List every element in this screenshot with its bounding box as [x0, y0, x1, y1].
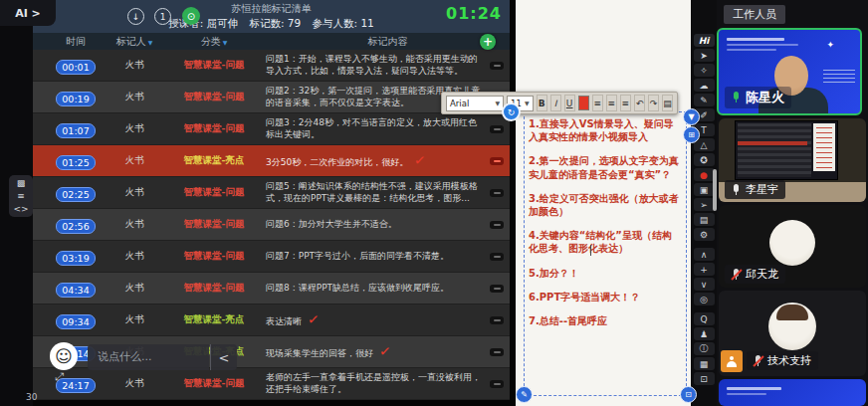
list-icon[interactable]: ≡ [17, 191, 25, 201]
participant-name: 李星宇 [746, 182, 778, 197]
count-badge[interactable]: 1 [154, 8, 171, 25]
add-mark-button[interactable]: + [480, 34, 496, 50]
code-icon[interactable]: <> [13, 204, 28, 214]
slide-side-text [823, 70, 855, 86]
participants-panel: 工作人员 ✦ 陈星火 李星宇 邱天龙 技术支持 [717, 0, 868, 406]
gear-icon[interactable]: ⚙ [694, 228, 715, 241]
download-button[interactable]: ↓ [127, 8, 144, 25]
chat-input[interactable]: 说点什么... [88, 344, 209, 370]
align-right-button[interactable]: ≡ [620, 95, 631, 111]
font-family-select[interactable]: Arial▼ [446, 96, 504, 111]
sync-badge[interactable]: ↻ [502, 102, 521, 121]
row-action-icon[interactable] [490, 125, 504, 133]
video-tile[interactable]: 技术支持 [719, 291, 866, 376]
fullscreen-icon[interactable]: ⤢ [55, 370, 64, 383]
cloud-icon[interactable]: ☁ [694, 79, 715, 92]
person-icon [726, 356, 738, 367]
text-caret [590, 245, 591, 256]
screenshot-icon[interactable]: ▣ [694, 183, 715, 196]
page-number: 30 [26, 392, 37, 402]
table-row[interactable]: 02:56火书智慧课堂-问题问题6：加分对大学生并不适合。 [33, 209, 510, 241]
video-tile[interactable]: 邱天龙 [719, 205, 866, 288]
undo-button[interactable]: ↶ [634, 95, 645, 111]
font-color-swatch[interactable] [578, 96, 589, 110]
italic-button[interactable]: I [550, 95, 561, 111]
pencil-icon[interactable]: ✎ [694, 94, 715, 106]
session-timer: 01:24 [446, 4, 502, 23]
filter-icon[interactable]: ▼ [223, 39, 228, 46]
mark-content: 问题1：开始，课程导入不够生动，能否采用更生动的导入方式，比如，情景导入法，疑问… [266, 54, 484, 77]
camera-icon[interactable]: ▦ [694, 357, 715, 370]
camera-button[interactable]: ⊙ [182, 7, 200, 25]
category-label: 智慧课堂-问题 [162, 218, 266, 231]
paint-icon[interactable]: ● [694, 168, 715, 181]
row-action-icon[interactable] [490, 221, 504, 229]
redo-button[interactable]: ↷ [648, 95, 659, 111]
share-arrow-icon[interactable]: ➢ [694, 198, 715, 211]
selection-resize-handle[interactable]: ⊡ [680, 386, 697, 403]
tab-staff[interactable]: 工作人员 [724, 5, 785, 24]
table-row[interactable]: 04:34火书智慧课堂-问题问题8：课程PPT缺总结，应该做到收尾呼应。 [33, 273, 510, 304]
more-format-button[interactable]: ▤ [662, 95, 673, 111]
underline-button[interactable]: U [564, 95, 575, 111]
row-action-icon[interactable] [490, 285, 504, 293]
table-row[interactable]: 03:19火书智慧课堂-问题问题7：PPT字号过小，后面的同学看不清楚。 [33, 241, 510, 273]
filter-icon[interactable]: ▼ [148, 39, 153, 46]
row-action-icon[interactable] [490, 380, 504, 388]
media-tools-panel: ▩≡<> [9, 175, 33, 217]
table-row[interactable]: 00:01火书智慧课堂-问题问题1：开始，课程导入不够生动，能否采用更生动的导入… [33, 50, 510, 82]
zoom-in-icon[interactable]: + [694, 263, 715, 276]
table-row[interactable]: 01:07火书智慧课堂-问题问题3：2分48秒，对不当语言的定义，放大或用红色标… [33, 113, 510, 145]
whiteboard-page[interactable]: 1.直接导入VS情景导入、疑问导入真实性的情景小视频导入2.第一次提问，选项从文… [516, 0, 691, 406]
presenter-label: 授课者: 屈可伸 [168, 17, 238, 29]
row-action-icon[interactable] [490, 62, 504, 70]
selection-grid-handle[interactable]: ⊞ [683, 126, 700, 143]
clipboard-icon[interactable]: ▤ [694, 213, 715, 226]
chat-collapse-button[interactable]: < [210, 344, 237, 370]
time-badge: 01:25 [56, 155, 95, 170]
hi-logo[interactable]: Hi [694, 34, 715, 47]
session-stats: 授课者: 屈可伸 标记数: 79 参与人数: 11 [33, 17, 510, 31]
stamp-icon[interactable]: ✪ [694, 153, 715, 166]
video-tile[interactable]: 李星宇 [719, 118, 866, 202]
category-label: 智慧课堂-亮点 [162, 313, 266, 326]
q-avatar-icon[interactable]: Q [694, 312, 715, 325]
align-center-button[interactable]: ≡ [606, 95, 617, 111]
video-tile-partial[interactable] [719, 379, 866, 406]
magnifier-icon[interactable]: ◎ [694, 293, 715, 305]
checkmark-icon: ✓ [413, 151, 427, 170]
emoji-button[interactable]: ☺ [50, 342, 78, 370]
row-action-icon[interactable] [490, 253, 504, 261]
monitor-icon[interactable]: ⊡ [694, 372, 715, 385]
row-action-icon[interactable] [490, 316, 504, 324]
table-row[interactable]: 24:17火书智慧课堂-问题老师的左手一直拿着手机还是遥控板，一直没被利用，还把… [33, 368, 510, 400]
scroll-down-icon[interactable]: ∨ [694, 278, 715, 291]
selection-edit-handle[interactable]: ✎ [516, 386, 533, 403]
row-action-icon[interactable] [490, 157, 504, 165]
align-left-button[interactable]: ≡ [592, 95, 603, 111]
lasso-icon[interactable]: ✧ [694, 64, 715, 77]
row-action-icon[interactable] [490, 348, 504, 356]
table-row[interactable]: 02:25火书智慧课堂-问题问题5：阐述知识体系的结构性不强，建议采用模板格式，… [33, 177, 510, 209]
note-item: 4.关键内容“结构化”呈现（结构化思考、图形化表达） [529, 229, 680, 255]
table-row[interactable]: 00:19火书智慧课堂-问题问题2：32秒，第一次提问，选项里能否采用真实儿童的… [33, 82, 510, 113]
pointer-icon[interactable]: ➤ [694, 49, 715, 62]
person-icon[interactable]: ♟ [694, 327, 715, 340]
category-label: 智慧课堂-问题 [162, 250, 266, 263]
chevron-down-icon: ▼ [525, 100, 530, 106]
table-row[interactable]: 01:25火书智慧课堂-亮点3分50秒，二次作业的对比，很好。✓ [33, 145, 510, 177]
scroll-up-icon[interactable]: ∧ [694, 248, 715, 261]
ai-panel-button[interactable]: AI > [0, 0, 56, 26]
time-badge: 01:07 [56, 123, 95, 138]
table-row[interactable]: 09:34火书智慧课堂-亮点表达清晰✓ [33, 304, 510, 336]
video-tile[interactable]: ✦ 陈星火 [717, 28, 862, 115]
image-icon[interactable]: ▩ [17, 178, 26, 188]
row-action-icon[interactable] [490, 189, 504, 197]
scrollbar-thumb[interactable] [713, 169, 717, 211]
selection-move-handle[interactable]: ▼ [683, 108, 700, 125]
mark-content: 现场采集学生的回答，很好✓ [266, 342, 484, 360]
app-window: AI > ▩≡<> 30 ⤢ 苏恒拉能标记清单 授课者: 屈可伸 标记数: 79… [0, 0, 868, 406]
marker-name: 火书 [107, 377, 162, 390]
bold-button[interactable]: B [537, 95, 547, 111]
info-icon[interactable]: ⓘ [694, 342, 715, 355]
